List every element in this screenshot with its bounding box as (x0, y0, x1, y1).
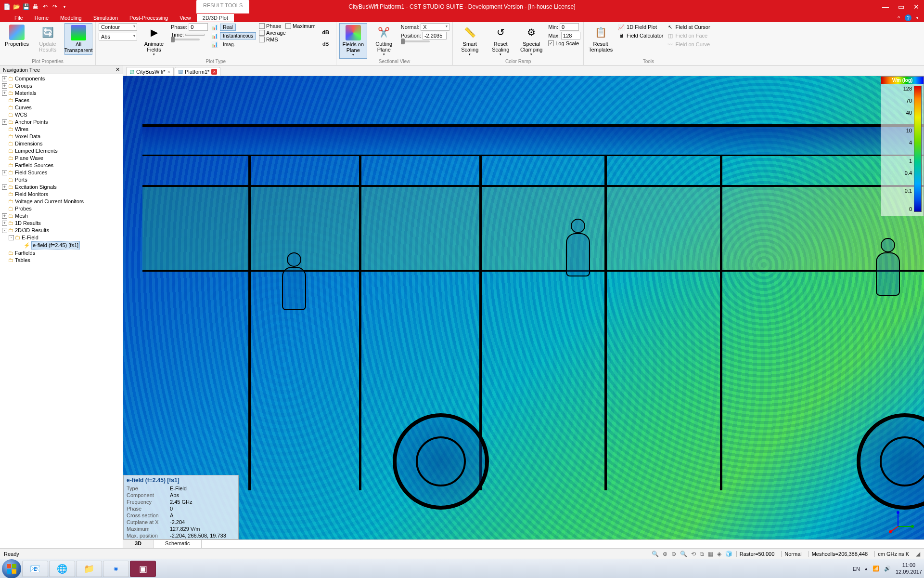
tree-item[interactable]: -🗀E-Field (0, 234, 123, 241)
status-icon[interactable]: ◈ (717, 551, 721, 557)
tree-item[interactable]: 🗀WCS (0, 111, 123, 118)
position-input[interactable]: -2.2035 (423, 32, 447, 39)
qat-save-icon[interactable]: 💾 (22, 3, 30, 11)
tree-item[interactable]: 🗀Wires (0, 126, 123, 133)
fields-on-plane-button[interactable]: Fields on Plane▾ (339, 23, 367, 59)
position-slider[interactable] (401, 40, 430, 42)
navigation-tree-body[interactable]: +🗀Components+🗀Groups+🗀Materials🗀Faces🗀Cu… (0, 74, 123, 548)
tree-item[interactable]: +🗀1D Results (0, 220, 123, 227)
tree-item[interactable]: +🗀Field Sources (0, 169, 123, 176)
tree-expander-icon[interactable]: + (2, 76, 7, 81)
tree-item[interactable]: 🗀Farfield Sources (0, 162, 123, 169)
maximum-checkbox[interactable] (285, 23, 291, 29)
menu-home[interactable]: Home (29, 14, 54, 22)
ribbon-minimize-icon[interactable]: ^ (898, 15, 900, 21)
3d-viewport[interactable]: V/m (log) 128704010410.40.10 e-field (f=… (123, 76, 924, 548)
reset-scaling-button[interactable]: ↺ Reset Scaling▾ (487, 23, 514, 58)
tree-item[interactable]: 🗀Tables (0, 257, 123, 264)
qat-print-icon[interactable]: 🖶 (32, 3, 39, 11)
tree-item[interactable]: -🗀2D/3D Results (0, 227, 123, 234)
qat-new-icon[interactable]: 📄 (3, 3, 11, 11)
plot-style-combo[interactable]: Contour (99, 23, 137, 31)
tree-expander-icon[interactable]: - (2, 228, 7, 233)
tree-expander-icon[interactable]: + (2, 119, 7, 125)
navtree-close-icon[interactable]: ✕ (116, 66, 120, 73)
tray-volume-icon[interactable]: 🔊 (884, 565, 891, 572)
help-icon[interactable]: ? (905, 14, 911, 21)
tree-item[interactable]: +🗀Groups (0, 82, 123, 90)
taskbar-app[interactable]: ◉ (103, 561, 129, 577)
menu-modeling[interactable]: Modeling (54, 14, 88, 22)
maximize-button[interactable]: ▭ (893, 0, 909, 13)
start-button[interactable] (2, 559, 21, 578)
tree-item[interactable]: 🗀Farfields (0, 250, 123, 257)
phase-input[interactable]: 0 (189, 23, 208, 31)
view-tab-3d[interactable]: 3D (123, 540, 154, 548)
tree-item[interactable]: +🗀Anchor Points (0, 118, 123, 126)
tree-item[interactable]: +🗀Excitation Signals (0, 184, 123, 191)
tree-item[interactable]: 🗀Dimensions (0, 140, 123, 147)
status-icon[interactable]: 🔍 (680, 551, 687, 557)
minimize-button[interactable]: — (878, 0, 893, 13)
1d-field-plot-button[interactable]: 📈1D Field Plot (617, 23, 663, 31)
rms-checkbox[interactable] (259, 37, 265, 42)
tree-item[interactable]: +🗀Materials (0, 90, 123, 97)
menu-simulation[interactable]: Simulation (88, 14, 124, 22)
tree-item[interactable]: 🗀Curves (0, 104, 123, 111)
phase-slider[interactable] (171, 39, 200, 40)
taskbar-lang[interactable]: EN (853, 566, 860, 572)
max-input[interactable]: 128 (561, 32, 580, 39)
menu-file[interactable]: File (9, 14, 29, 22)
tree-item[interactable]: 🗀Field Monitors (0, 191, 123, 198)
status-icon[interactable]: ▦ (708, 551, 713, 557)
tree-item[interactable]: +🗀Mesh (0, 212, 123, 220)
result-templates-button[interactable]: 📋 Result Templates (587, 23, 615, 54)
status-icon[interactable]: ⧉ (700, 551, 704, 557)
status-icon[interactable]: ⟲ (691, 551, 696, 557)
tab-close-icon[interactable]: × (211, 69, 217, 75)
qat-open-icon[interactable]: 📂 (13, 3, 20, 11)
field-at-cursor-button[interactable]: ↖Field at Cursor (667, 23, 710, 31)
menu-post-processing[interactable]: Post-Processing (124, 14, 174, 22)
taskbar-app[interactable]: 📧 (22, 561, 48, 577)
min-input[interactable]: 0 (560, 23, 579, 31)
tree-item[interactable]: 🗀Voltage and Current Monitors (0, 198, 123, 205)
close-button[interactable]: ✕ (909, 0, 924, 13)
help-dropdown-icon[interactable]: ▾ (916, 16, 918, 20)
tree-item[interactable]: 🗀Ports (0, 176, 123, 184)
real-button[interactable]: Real (220, 24, 236, 31)
log-scale-checkbox[interactable]: ✓ (548, 40, 554, 46)
tree-expander-icon[interactable]: + (2, 184, 7, 190)
tree-item[interactable]: 🗀Faces (0, 97, 123, 104)
tree-item[interactable]: 🗀Probes (0, 205, 123, 212)
tree-expander-icon[interactable]: + (2, 213, 7, 219)
all-transparent-button[interactable]: All Transparent (64, 23, 92, 55)
taskbar-app[interactable]: ▣ (130, 561, 156, 577)
tree-expander-icon[interactable]: - (9, 235, 14, 240)
animate-fields-button[interactable]: ▶ Animate Fields▾ (140, 23, 168, 58)
doc-tab-citybuswifi[interactable]: ▧ CityBusWifi* × (126, 67, 174, 76)
menu-2d3d-plot[interactable]: 2D/3D Plot (197, 14, 234, 22)
phase-checkbox[interactable] (259, 23, 265, 29)
qat-redo-icon[interactable]: ↷ (51, 3, 59, 11)
tree-expander-icon[interactable]: + (2, 83, 7, 89)
tree-item[interactable]: ⚡e-field (f=2.45) [fs1] (0, 241, 123, 250)
db-button[interactable]: dB dB (319, 23, 333, 48)
tree-item[interactable]: 🗀Voxel Data (0, 133, 123, 140)
tray-chevron-icon[interactable]: ▴ (865, 565, 868, 572)
smart-scaling-button[interactable]: 📏 Smart Scaling▾ (456, 23, 484, 58)
status-icon[interactable]: 🧊 (725, 551, 732, 557)
tree-expander-icon[interactable]: + (2, 221, 7, 226)
status-icon[interactable]: ⊖ (671, 551, 676, 557)
average-checkbox[interactable] (259, 30, 265, 36)
field-calculator-button[interactable]: 🖩Field Calculator (617, 32, 663, 39)
tree-item[interactable]: 🗀Plane Wave (0, 155, 123, 162)
status-resize-icon[interactable]: ◢ (916, 551, 920, 557)
qat-undo-icon[interactable]: ↶ (41, 3, 49, 11)
tree-item[interactable]: 🗀Lumped Elements (0, 147, 123, 155)
properties-button[interactable]: Properties (3, 23, 31, 48)
tab-close-icon[interactable]: × (167, 69, 170, 75)
tree-expander-icon[interactable]: + (2, 91, 7, 96)
taskbar-app[interactable]: 📁 (76, 561, 102, 577)
status-icon[interactable]: ⊕ (663, 551, 667, 557)
